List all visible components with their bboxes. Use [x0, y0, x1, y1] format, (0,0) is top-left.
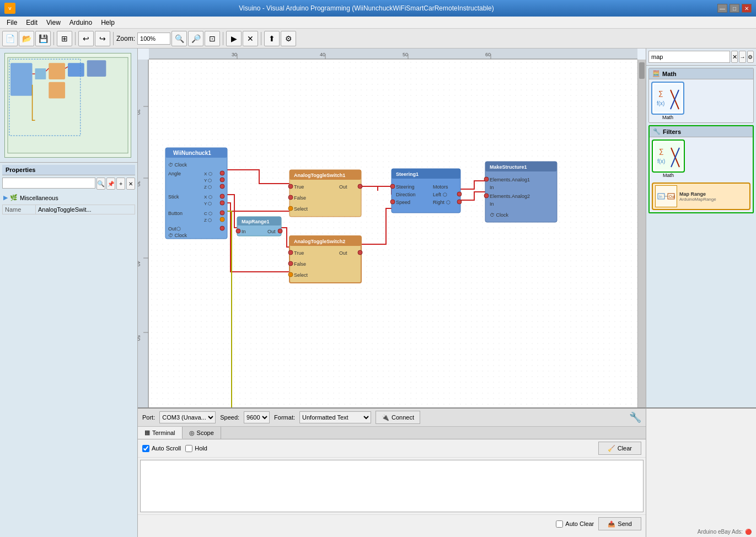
svg-text:Z ⬡: Z ⬡: [204, 218, 212, 223]
close-button[interactable]: ✕: [742, 4, 752, 13]
open-button[interactable]: 📂: [19, 31, 34, 46]
props-add-button[interactable]: +: [116, 178, 125, 190]
properties-panel: Properties 🔍 📌 + ✕ ▶ 🌿 Miscellaneous Nam…: [0, 162, 137, 537]
layout-button[interactable]: ⊞: [57, 31, 72, 46]
bottom-status: Auto Clear 📤 Send: [138, 514, 646, 533]
props-search-icon[interactable]: 🔍: [96, 178, 105, 190]
menu-arduino[interactable]: Arduino: [65, 18, 96, 28]
redo-button[interactable]: ↪: [95, 31, 110, 46]
properties-tree: ▶ 🌿 Miscellaneous: [2, 193, 135, 202]
maximize-button[interactable]: □: [730, 4, 739, 13]
map-range-component[interactable]: In Out Map Range ArduinoMapRange: [652, 182, 750, 210]
svg-point-90: [390, 200, 395, 204]
search-input[interactable]: [648, 51, 730, 63]
zoom-input[interactable]: [137, 33, 170, 45]
properties-search[interactable]: [2, 178, 95, 189]
tree-item-misc[interactable]: ▶ 🌿 Miscellaneous: [2, 193, 135, 202]
auto-scroll-checkbox[interactable]: [142, 445, 149, 452]
connect-button[interactable]: 🔌 Connect: [376, 411, 420, 424]
svg-text:C ⬡: C ⬡: [204, 211, 212, 216]
svg-point-58: [278, 229, 282, 233]
math-section-icon: 🧮: [652, 70, 660, 77]
svg-text:AnalogToggleSwitch1: AnalogToggleSwitch1: [294, 173, 345, 178]
svg-text:Direction: Direction: [396, 192, 416, 197]
svg-text:Motors: Motors: [433, 184, 448, 190]
search-clear-button[interactable]: ✕: [731, 51, 738, 63]
filters-math-component[interactable]: ∑ f(x) Math: [652, 139, 685, 178]
prop-key: Name: [3, 205, 36, 214]
format-label: Format:: [274, 414, 295, 421]
svg-rect-4: [49, 82, 65, 99]
props-pin-button[interactable]: 📌: [106, 178, 115, 190]
compile-button[interactable]: ⚙: [281, 31, 296, 46]
stop-button[interactable]: ✕: [243, 31, 258, 46]
auto-scroll-label[interactable]: Auto Scroll: [142, 445, 181, 452]
svg-text:Stick: Stick: [168, 194, 179, 200]
filters-section-label: Filters: [663, 128, 681, 135]
bottom-tabs: ▦ Terminal ◎ Scope: [138, 427, 646, 439]
minimap[interactable]: [4, 53, 131, 158]
svg-text:50: 50: [138, 335, 141, 341]
run-button[interactable]: ▶: [226, 31, 242, 46]
svg-text:60: 60: [485, 52, 491, 57]
svg-point-65: [358, 184, 362, 189]
wrench-icon: 🔧: [629, 412, 641, 423]
block-wiinunchuck[interactable]: WiiNunchuck1 ⏱ Clock Angle X ⬡ Y ⬡ Z ⬡ S…: [165, 148, 227, 239]
port-select[interactable]: COM3 (Unava...: [159, 411, 216, 423]
minimize-button[interactable]: —: [717, 4, 727, 13]
upload-button[interactable]: ⬆: [264, 31, 280, 46]
terminal-tab[interactable]: ▦ Terminal: [138, 427, 183, 439]
menu-file[interactable]: File: [2, 18, 22, 28]
toolbar: 📄 📂 💾 ⊞ ↩ ↪ Zoom: 🔍 🔎 ⊡ ▶ ✕ ⬆ ⚙: [0, 29, 756, 49]
block-maprange[interactable]: MapRange1 In Out: [236, 217, 282, 236]
block-analogtoggle2[interactable]: AnalogToggleSwitch2 True Out False Selec…: [288, 236, 362, 283]
zoom-in-button[interactable]: 🔍: [171, 31, 187, 46]
search-go-button[interactable]: →: [739, 51, 746, 63]
filters-section-header[interactable]: 🔧 Filters: [650, 126, 753, 137]
properties-table: Name AnalogToggleSwit...: [2, 205, 135, 214]
svg-point-33: [220, 171, 224, 175]
svg-text:Y ⬡: Y ⬡: [204, 201, 212, 206]
speed-select[interactable]: 9600: [244, 411, 270, 423]
vertical-scroll-thumb[interactable]: [639, 62, 645, 79]
prop-value[interactable]: AnalogToggleSwit...: [36, 205, 135, 214]
hold-label[interactable]: Hold: [185, 445, 207, 452]
menu-help[interactable]: Help: [96, 18, 119, 28]
clear-button[interactable]: 🧹 Clear: [598, 442, 641, 455]
svg-text:Out⬡: Out⬡: [168, 226, 181, 232]
math-comp-grid: ∑ f(x) Math: [649, 79, 753, 122]
props-delete-button[interactable]: ✕: [126, 178, 135, 190]
save-button[interactable]: 💾: [35, 31, 51, 46]
auto-clear-label[interactable]: Auto Clear: [556, 520, 594, 528]
menu-view[interactable]: View: [42, 18, 65, 28]
properties-toolbar: 🔍 📌 + ✕: [2, 178, 135, 191]
zoom-fit-button[interactable]: ⊡: [205, 31, 220, 46]
svg-point-35: [220, 178, 224, 182]
zoom-out-button[interactable]: 🔎: [188, 31, 203, 46]
hold-checkbox[interactable]: [185, 445, 192, 452]
block-analogtoggle1[interactable]: AnalogToggleSwitch1 True Out False Selec…: [288, 170, 362, 217]
undo-button[interactable]: ↩: [78, 31, 94, 46]
auto-clear-checkbox[interactable]: [556, 520, 563, 528]
math-section-header[interactable]: 🧮 Math: [649, 68, 753, 79]
math-component[interactable]: ∑ f(x) Math: [651, 82, 684, 120]
svg-text:True: True: [294, 250, 304, 256]
block-steering[interactable]: Steering1 Steering Motors Direction Left…: [390, 169, 462, 213]
svg-text:Out: Out: [669, 195, 675, 198]
svg-rect-6: [87, 60, 106, 77]
svg-text:Z ⬡: Z ⬡: [204, 185, 212, 190]
send-button[interactable]: 📤 Send: [598, 517, 641, 530]
svg-point-79: [288, 272, 293, 277]
filters-section-icon: 🔧: [653, 128, 661, 135]
block-makestructure[interactable]: MakeStructure1 Elements.Analog1 In Eleme…: [484, 162, 557, 222]
terminal-area[interactable]: [140, 460, 644, 512]
math-section-label: Math: [662, 71, 677, 77]
format-select[interactable]: Unformatted Text: [299, 411, 371, 423]
menu-edit[interactable]: Edit: [22, 18, 42, 28]
speed-label: Speed:: [220, 414, 239, 421]
new-button[interactable]: 📄: [2, 31, 18, 46]
search-settings-button[interactable]: ⚙: [747, 51, 754, 63]
svg-point-84: [390, 184, 395, 189]
scope-tab[interactable]: ◎ Scope: [183, 427, 221, 439]
svg-text:∑: ∑: [659, 147, 664, 155]
